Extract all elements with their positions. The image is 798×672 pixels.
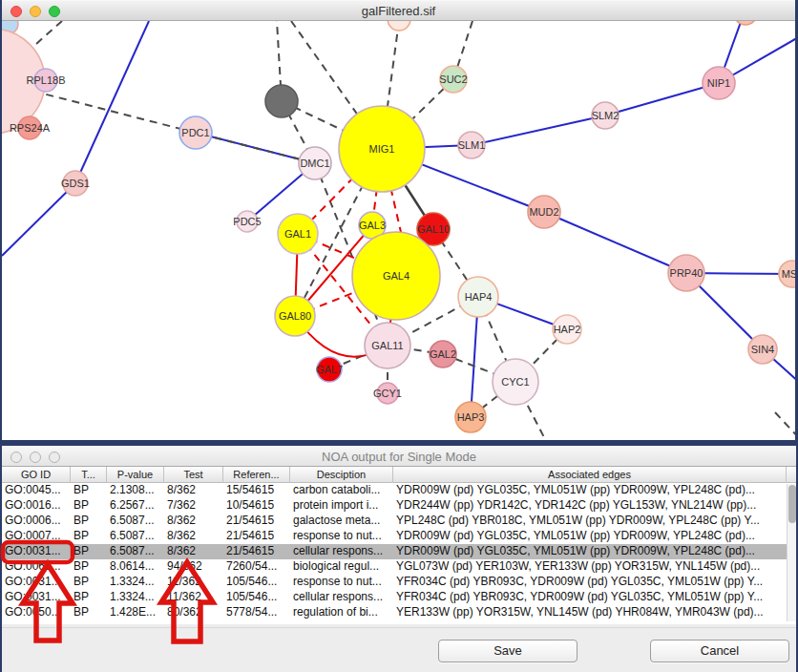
table-cell[interactable]: response to nut...: [290, 575, 393, 590]
table-cell[interactable]: GO:0007...: [2, 529, 71, 544]
network-edge-pd[interactable]: [775, 412, 795, 440]
table-cell[interactable]: YDR244W (pp) YDR142C, YDR142C (pp) YGL15…: [393, 498, 787, 514]
table-cell[interactable]: regulation of bi...: [290, 605, 393, 620]
table-cell[interactable]: YDR009W (pd) YGL035C, YML051W (pp) YDR00…: [393, 483, 787, 498]
table-cell[interactable]: BP: [71, 559, 107, 575]
column-header-go-id[interactable]: GO ID: [2, 467, 71, 483]
table-cell[interactable]: BP: [71, 590, 107, 605]
table-cell[interactable]: 6.2567...: [107, 498, 164, 514]
table-cell[interactable]: 10/54615: [223, 498, 290, 514]
table-empty-area: [2, 620, 796, 624]
table-cell[interactable]: GO:0065...: [2, 559, 71, 575]
table-cell[interactable]: BP: [71, 605, 107, 620]
noa-window-titlebar[interactable]: NOA output for Single Mode: [2, 446, 796, 467]
table-cell[interactable]: YPL248C (pd) YBR018C, YML051W (pp) YDR00…: [393, 514, 787, 529]
table-cell[interactable]: YER133W (pp) YOR315W, YNL145W (pd) YHR08…: [393, 605, 787, 620]
table-cell[interactable]: BP: [71, 529, 107, 544]
table-cell[interactable]: 105/546...: [223, 575, 290, 590]
table-cell[interactable]: GO:0031...: [2, 544, 71, 559]
table-cell[interactable]: 8/362: [164, 529, 223, 544]
table-cell[interactable]: GO:0031...: [2, 590, 71, 605]
table-row[interactable]: GO:0031...BP1.3324...11/362105/546...res…: [2, 575, 796, 590]
table-cell[interactable]: 21/54615: [223, 514, 290, 529]
table-cell[interactable]: 6.5087...: [107, 544, 164, 559]
table-row[interactable]: GO:0007...BP6.5087...8/36221/54615respon…: [2, 529, 796, 544]
table-row[interactable]: GO:0045...BP2.1308...8/36215/54615carbon…: [2, 483, 796, 498]
table-cell[interactable]: BP: [71, 498, 107, 514]
table-cell[interactable]: 6.5087...: [107, 529, 164, 544]
network-window-titlebar[interactable]: galFiltered.sif: [2, 0, 795, 21]
table-cell[interactable]: GO:0031...: [2, 575, 71, 590]
node-label-MSL: MSL: [782, 268, 795, 280]
table-cell[interactable]: YDR009W (pd) YGL035C, YML051W (pp) YDR00…: [393, 529, 787, 544]
table-cell[interactable]: GO:0016...: [2, 498, 71, 514]
table-cell[interactable]: BP: [71, 544, 107, 559]
table-row[interactable]: GO:0031...BP6.5087...8/36221/54615cellul…: [2, 544, 796, 559]
table-cell[interactable]: 8/362: [164, 544, 223, 559]
table-cell[interactable]: 1.428E...: [107, 605, 164, 620]
table-cell[interactable]: cellular respons...: [290, 544, 393, 559]
table-cell[interactable]: 8/362: [164, 483, 223, 498]
table-cell[interactable]: biological regul...: [290, 559, 393, 575]
table-cell[interactable]: 6.5087...: [107, 514, 164, 529]
network-edge-pp[interactable]: [472, 116, 605, 145]
column-header-t-[interactable]: T...: [71, 467, 107, 483]
table-cell[interactable]: 1.3324...: [107, 575, 164, 590]
table-cell[interactable]: carbon cataboli...: [290, 483, 393, 498]
save-button[interactable]: Save: [438, 640, 578, 662]
table-cell[interactable]: BP: [71, 575, 107, 590]
table-row[interactable]: GO:0031...BP1.3324...11/362105/546...cel…: [2, 590, 796, 605]
table-cell[interactable]: 80/362: [164, 605, 223, 620]
table-cell[interactable]: BP: [71, 483, 107, 498]
column-header-referen-[interactable]: Referen...: [223, 467, 290, 483]
network-node[interactable]: [734, 21, 757, 25]
network-edge-pp[interactable]: [2, 183, 75, 256]
cancel-button[interactable]: Cancel: [650, 640, 789, 662]
column-header-associated-edges[interactable]: Associated edges: [393, 467, 787, 483]
table-cell[interactable]: galactose meta...: [290, 514, 393, 529]
table-cell[interactable]: BP: [71, 514, 107, 529]
table-cell[interactable]: 21/54615: [223, 544, 290, 559]
table-cell[interactable]: GO:0050...: [2, 605, 71, 620]
network-canvas[interactable]: RPL18BRPS24AGDS1PDC1DMC1MIG1SUC2SLM1SLM2…: [2, 21, 795, 440]
column-header-p-value[interactable]: P-value: [107, 467, 164, 483]
table-cell[interactable]: 7/362: [164, 498, 223, 514]
scrollbar-thumb[interactable]: [788, 485, 796, 523]
table-cell[interactable]: 7260/54...: [223, 559, 290, 575]
table-cell[interactable]: 15/54615: [223, 483, 290, 498]
table-cell[interactable]: response to nut...: [290, 529, 393, 544]
table-cell[interactable]: 105/546...: [223, 590, 290, 605]
table-cell[interactable]: YFR034C (pd) YBR093C, YDR009W (pd) YGL03…: [393, 590, 787, 605]
table-row[interactable]: GO:0016...BP6.2567...7/36210/54615protei…: [2, 498, 796, 514]
network-node[interactable]: [265, 85, 298, 117]
table-cell[interactable]: cellular respons...: [290, 590, 393, 605]
table-scrollbar[interactable]: [787, 484, 796, 621]
table-cell[interactable]: 1.3324...: [107, 590, 164, 605]
network-edge-pp[interactable]: [544, 212, 686, 273]
table-cell[interactable]: 5778/54...: [223, 605, 290, 620]
table-cell[interactable]: GO:0006...: [2, 514, 71, 529]
table-cell[interactable]: 11/362: [164, 590, 223, 605]
table-cell[interactable]: 94/362: [164, 559, 223, 575]
table-cell[interactable]: 21/54615: [223, 529, 290, 544]
table-row[interactable]: GO:0065...BP8.0614...94/3627260/54...bio…: [2, 559, 796, 575]
column-header-desciption[interactable]: Desciption: [290, 467, 393, 483]
table-cell[interactable]: YFR034C (pd) YBR093C, YDR009W (pd) YGL03…: [393, 575, 787, 590]
table-cell[interactable]: protein import i...: [290, 498, 393, 514]
table-row[interactable]: GO:0050...BP1.428E...80/3625778/54...reg…: [2, 605, 796, 620]
network-node[interactable]: [388, 21, 410, 31]
table-cell[interactable]: GO:0045...: [2, 483, 71, 498]
column-header-test[interactable]: Test: [164, 467, 223, 483]
network-edge-pp[interactable]: [605, 83, 719, 116]
node-label-GCY1: GCY1: [373, 388, 402, 399]
table-cell[interactable]: 8.0614...: [107, 559, 164, 575]
table-cell[interactable]: 8/362: [164, 514, 223, 529]
table-cell[interactable]: 11/362: [164, 575, 223, 590]
network-edge-pp[interactable]: [75, 21, 149, 183]
table-cell[interactable]: YDR009W (pd) YGL035C, YML051W (pp) YDR00…: [393, 544, 787, 559]
node-label-SLM2: SLM2: [592, 110, 620, 121]
table-cell[interactable]: YGL073W (pd) YER103W, YER133W (pp) YOR31…: [393, 559, 787, 575]
node-label-GAL4: GAL4: [383, 270, 410, 282]
table-cell[interactable]: 2.1308...: [107, 483, 164, 498]
table-row[interactable]: GO:0006...BP6.5087...8/36221/54615galact…: [2, 514, 796, 529]
